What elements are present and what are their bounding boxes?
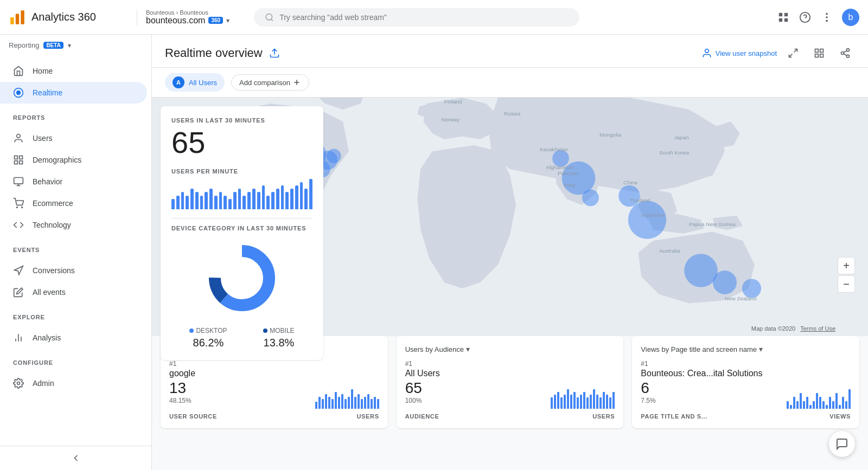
ecommerce-icon <box>13 198 24 209</box>
fullscreen-button[interactable] <box>783 43 803 63</box>
sidebar-item-home[interactable]: Home <box>0 60 147 82</box>
mini-bar-item <box>344 399 347 409</box>
sidebar-collapse-button[interactable] <box>0 446 151 470</box>
bottom-card-rank-1: #1 <box>405 360 440 368</box>
reporting-header[interactable]: Reporting BETA ▾ <box>0 35 151 56</box>
svg-point-14 <box>17 91 21 95</box>
breadcrumb: Bounteous › Bounteous bounteous.com 360 … <box>137 9 245 25</box>
sidebar-item-all-events[interactable]: All events <box>0 281 147 303</box>
stats-card: USERS IN LAST 30 MINUTES 65 USERS PER MI… <box>161 106 323 360</box>
breadcrumb-dropdown-icon[interactable]: ▾ <box>226 17 229 24</box>
mini-bar-item <box>612 392 615 409</box>
bottom-card-col2-1: USERS <box>592 413 615 420</box>
export-icon[interactable] <box>269 48 280 59</box>
mini-bar-item <box>590 395 592 409</box>
map-label-afgn: Afghanistan <box>546 164 574 170</box>
bottom-card-dropdown-2[interactable]: ▾ <box>759 345 763 353</box>
mini-bar-item <box>586 397 589 409</box>
add-comparison-button[interactable]: Add comparison <box>231 74 309 91</box>
mini-bar-item <box>557 392 559 409</box>
sidebar-item-admin[interactable]: Admin <box>0 372 147 394</box>
analysis-icon <box>13 332 24 343</box>
bottom-card-col1-0: USER SOURCE <box>169 413 217 420</box>
users-count: 65 <box>171 126 312 159</box>
sidebar-reports: Users Demographics Behavior Ecommerce Te… <box>0 123 151 240</box>
mini-bar-item <box>331 399 334 409</box>
fullscreen-icon <box>788 48 799 59</box>
mini-bar-item <box>335 392 337 409</box>
map-label-eu: Finland <box>444 99 462 105</box>
mini-bar-item <box>796 401 799 409</box>
bar-item <box>304 189 308 209</box>
view-snapshot-button[interactable]: View user snapshot <box>701 48 777 59</box>
svg-rect-0 <box>10 17 14 24</box>
svg-point-12 <box>826 20 828 22</box>
map-bubble-australia2 <box>713 271 737 294</box>
bottom-card-footer-2: PAGE TITLE AND S... VIEWS <box>641 413 851 420</box>
map-label-china: China <box>623 179 637 185</box>
search-bar[interactable] <box>254 8 579 27</box>
all-users-chip[interactable]: A All Users <box>165 73 225 92</box>
donut-chart <box>204 240 280 316</box>
mini-bar-item <box>338 397 340 409</box>
bottom-card-dropdown-1[interactable]: ▾ <box>466 345 470 353</box>
sidebar-item-users[interactable]: Users <box>0 127 147 149</box>
bottom-card-header-1: Users by Audience ▾ <box>405 345 615 353</box>
bottom-card-chart-0 <box>315 387 379 409</box>
mini-bar-item <box>325 394 327 409</box>
mini-bar-item <box>848 389 851 409</box>
mini-bar-item <box>570 395 572 409</box>
sidebar-item-ecommerce[interactable]: Ecommerce <box>0 192 147 214</box>
mini-bar-item <box>829 397 831 409</box>
help-icon[interactable] <box>799 11 812 24</box>
customize-button[interactable] <box>809 43 829 63</box>
svg-point-10 <box>826 12 828 15</box>
more-icon[interactable] <box>820 11 833 24</box>
sidebar-item-technology[interactable]: Technology <box>0 214 147 236</box>
share-button[interactable] <box>835 43 855 63</box>
zoom-in-button[interactable]: + <box>838 257 855 274</box>
topbar-right: b <box>777 9 859 26</box>
reporting-dropdown-icon[interactable]: ▾ <box>68 42 71 49</box>
mini-bar-item <box>358 394 360 409</box>
svg-line-42 <box>844 50 847 52</box>
bar-item <box>281 185 284 209</box>
map-terms-link[interactable]: Terms of Use <box>800 325 835 332</box>
mini-bar-item <box>377 399 379 409</box>
avatar[interactable]: b <box>842 9 859 26</box>
sidebar-item-realtime[interactable]: Realtime <box>0 82 147 104</box>
svg-rect-35 <box>820 49 824 53</box>
svg-point-15 <box>17 134 21 138</box>
bottom-card-footer-1: AUDIENCE USERS <box>405 413 615 420</box>
bottom-card-name-2: Bounteous: Crea...ital Solutions <box>641 369 762 378</box>
apps-grid-icon[interactable] <box>777 11 790 24</box>
search-input[interactable] <box>279 13 569 22</box>
sidebar-item-ecommerce-label: Ecommerce <box>33 199 73 208</box>
page-title: Realtime overview <box>165 46 263 60</box>
map-bubble-indonesia <box>628 201 666 239</box>
sidebar-configure: Admin <box>0 368 151 398</box>
mobile-label: MOBILE <box>270 327 294 334</box>
sidebar-item-behavior[interactable]: Behavior <box>0 171 147 192</box>
reports-section-label: REPORTS <box>0 108 151 123</box>
mini-bar-item <box>790 405 792 409</box>
map-label-thai: Thailand <box>629 197 650 203</box>
add-comparison-label: Add comparison <box>239 79 290 87</box>
sidebar-item-demographics[interactable]: Demographics <box>0 149 147 171</box>
beta-badge: BETA <box>43 42 63 49</box>
svg-rect-6 <box>779 18 782 21</box>
mini-bar-item <box>551 397 553 409</box>
bar-item <box>186 196 189 209</box>
sidebar-item-conversions[interactable]: Conversions <box>0 260 147 281</box>
mini-bar-item <box>364 397 366 409</box>
map-label-aus: Australia <box>659 248 680 254</box>
sidebar-item-analysis[interactable]: Analysis <box>0 327 147 349</box>
home-icon <box>13 66 24 76</box>
bar-item <box>190 189 194 209</box>
bar-item <box>276 189 279 209</box>
search-icon <box>265 12 274 22</box>
chat-fab[interactable] <box>829 431 855 457</box>
map-label-korea: South Korea <box>659 150 689 156</box>
mini-bar-item <box>577 397 579 409</box>
zoom-out-button[interactable]: − <box>838 275 855 293</box>
